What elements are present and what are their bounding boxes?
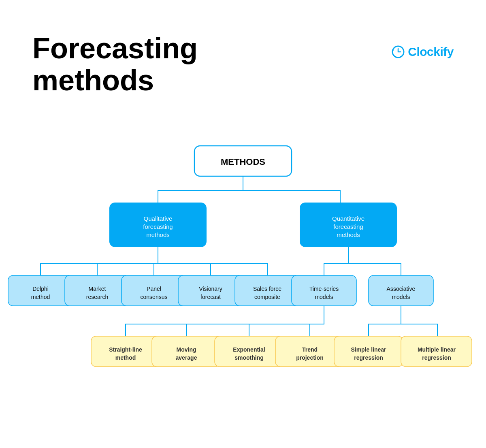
diagram-svg: METHODS Qualitative forecasting methods … — [0, 138, 486, 446]
qualitative-label2: forecasting — [143, 223, 173, 230]
movingavg-label2: average — [176, 354, 197, 361]
associative-label1: Associative — [387, 286, 416, 292]
logo: Clockify — [391, 45, 454, 59]
visionary-label2: forecast — [200, 294, 221, 300]
quantitative-label: Quantitative — [332, 215, 364, 222]
trend-label2: projection — [296, 354, 324, 361]
multiplelinear-label1: Multiple linear — [418, 346, 456, 353]
simplelinear-label2: regression — [354, 354, 383, 361]
logo-text: Clockify — [408, 45, 454, 59]
exponential-label1: Exponential — [233, 346, 265, 353]
associative-label2: models — [392, 294, 410, 300]
simplelinear-label1: Simple linear — [351, 346, 386, 353]
qualitative-label: Qualitative — [144, 215, 173, 222]
panel-label2: consensus — [141, 294, 168, 300]
page-title: Forecasting methods — [32, 32, 198, 96]
delphi-label2: method — [31, 294, 50, 300]
panel-label1: Panel — [147, 286, 161, 292]
straightline-label2: method — [115, 354, 136, 361]
methods-label: METHODS — [221, 157, 265, 167]
qualitative-label3: methods — [146, 231, 170, 238]
quantitative-label2: forecasting — [333, 223, 363, 230]
timeseries-label1: Time-series — [309, 286, 339, 292]
delphi-label1: Delphi — [32, 286, 49, 292]
quantitative-label3: methods — [337, 231, 360, 238]
title-line2: methods — [32, 64, 154, 96]
exponential-label2: smoothing — [234, 354, 264, 361]
diagram-container: METHODS Qualitative forecasting methods … — [0, 138, 486, 446]
market-label2: research — [86, 294, 108, 300]
timeseries-label2: models — [315, 294, 333, 300]
visionary-label1: Visionary — [199, 286, 222, 292]
sales-label2: composite — [254, 294, 280, 300]
market-label1: Market — [89, 286, 106, 292]
clockify-logo-icon — [391, 45, 405, 59]
title-line1: Forecasting — [32, 32, 198, 64]
straightline-label1: Straight-line — [109, 346, 142, 353]
trend-label1: Trend — [302, 346, 318, 353]
sales-label1: Sales force — [253, 286, 281, 292]
multiplelinear-label2: regression — [422, 354, 451, 361]
movingavg-label1: Moving — [177, 346, 196, 353]
